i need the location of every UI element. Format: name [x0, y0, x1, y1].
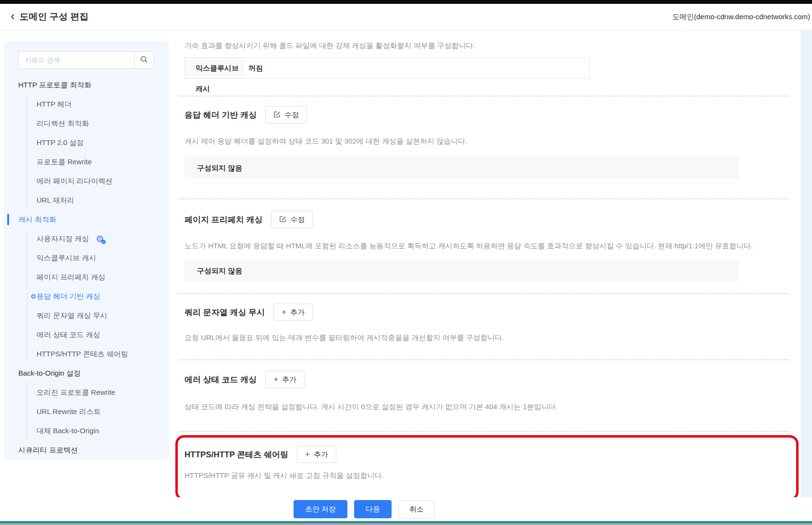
sidebar-item-https-http-content-sharing[interactable]: HTTPS/HTTP 콘테츠 쉐어링 [37, 344, 169, 364]
sidebar-item-error-status-code-caching[interactable]: 에러 상태 코드 캐싱 [37, 325, 169, 344]
config-key: 익스클루시브 캐시 [185, 58, 243, 78]
keyword-search [18, 51, 154, 69]
add-button-label: 추가 [314, 450, 328, 459]
section-title: 쿼리 문자열 캐싱 무시 [185, 307, 265, 318]
back-button[interactable]: ‹ 도메인 구성 편집 [0, 11, 88, 23]
active-group-indicator [7, 214, 9, 225]
sidebar-item-origin-protocol-rewrite[interactable]: 오리진 프로토콜 Rewrite [37, 383, 169, 402]
exclusive-cache-description: 가속 효과를 향상시키기 위해 콜드 파일에 대한 강제 캐싱을 활성화할지 여… [179, 41, 789, 50]
back-chevron-icon: ‹ [11, 11, 15, 21]
config-value: 꺼짐 [243, 58, 590, 78]
sidebar-item-ignore-query-string-caching[interactable]: 쿼리 문자열 캐싱 무시 [37, 306, 169, 325]
sidebar-item-url-reprocessing[interactable]: URL 재처리 [37, 191, 169, 210]
sidebar-item-back-to-origin-settings[interactable]: Back-to-Origin 설정 [4, 364, 169, 383]
section-https-http-content-sharing-header: HTTPS/HTTP 콘테츠 쉐어링 + 추가 [185, 445, 796, 464]
add-button[interactable]: + 추가 [297, 446, 336, 463]
section-title: 에러 상태 코드 캐싱 [185, 374, 257, 385]
sidebar-item-http-header[interactable]: HTTP 헤더 [37, 95, 169, 114]
edit-icon [279, 215, 286, 224]
sidebar-item-security-protection[interactable]: 시큐리티 프로텍션 [4, 440, 169, 460]
nav-group-http-protocol: HTTP 프로토콜 최적화 HTTP 헤더 리디렉션 최적화 HTTP 2.0 … [4, 75, 169, 210]
nav-children-back-to-origin: 오리진 프로토콜 Rewrite URL Rewrite 리스트 대체 Back… [26, 383, 169, 440]
add-button[interactable]: + 추가 [265, 371, 305, 388]
red-highlight-annotation: HTTPS/HTTP 콘테츠 쉐어링 + 추가 HTTPS/HTTP 공유 캐시… [175, 435, 799, 501]
dotted-divider [179, 359, 789, 360]
cancel-button[interactable]: 취소 [398, 500, 435, 518]
sidebar-item-label: 응답 헤더 기반 캐싱 [37, 287, 100, 306]
section-title: 페이지 프리페치 캐싱 [185, 214, 262, 225]
edit-button[interactable]: 수정 [265, 106, 307, 123]
add-button-label: 추가 [290, 308, 305, 317]
section-description: 노드가 HTML 요청에 응답할 때 HTML에 포함된 리소스를 능동적으로 … [179, 239, 789, 253]
dotted-divider [179, 96, 789, 97]
main-content: 가속 효과를 향상시키기 위해 콜드 파일에 대한 강제 캐싱을 활성화할지 여… [179, 30, 789, 501]
nav-children-cache-optimization: 사용자지정 캐싱 ⚙✓ 익스클루시브 캐시 페이지 프리페치 캐싱 응답 헤더 … [26, 229, 169, 364]
window-top-edge [0, 0, 812, 4]
save-draft-button[interactable]: 초안 저장 [294, 500, 347, 518]
section-title: HTTPS/HTTP 콘테츠 쉐어링 [185, 449, 288, 460]
dotted-divider [179, 198, 789, 199]
section-title: 응답 헤더 기반 캐싱 [185, 110, 257, 121]
not-configured-status: 구성되지 않음 [185, 157, 738, 179]
nav-children-http-protocol: HTTP 헤더 리디렉션 최적화 HTTP 2.0 설정 프로토콜 Rewrit… [26, 95, 169, 210]
edit-button-label: 수정 [284, 110, 299, 120]
section-error-status-code-caching-header: 에러 상태 코드 캐싱 + 추가 [179, 371, 789, 388]
sidebar-item-redirect-optimization[interactable]: 리디렉션 최적화 [37, 114, 169, 133]
add-button[interactable]: + 추가 [273, 304, 313, 321]
edit-icon [273, 110, 281, 119]
edit-button-label: 수정 [290, 215, 305, 224]
domain-label: 도메인(demo-cdnw.demo-cdnetworks.com) [672, 12, 812, 22]
search-button[interactable] [134, 52, 153, 68]
search-icon [140, 55, 148, 65]
nav-group-cache-optimization: 캐시 최적화 사용자지정 캐싱 ⚙✓ 익스클루시브 캐시 페이지 프리페치 캐싱… [4, 210, 169, 364]
footer-action-bar: 초안 저장 다음 취소 [0, 497, 812, 521]
section-description: 상태 코드에 따라 캐싱 전략을 설정합니다. 캐시 시간이 0으로 설정된 경… [179, 400, 789, 414]
sidebar-item-response-header-based-caching[interactable]: 응답 헤더 기반 캐싱 [37, 287, 169, 306]
nav-group-security-protection: 시큐리티 프로텍션 [4, 440, 169, 460]
page-header: ‹ 도메인 구성 편집 도메인(demo-cdnw.demo-cdnetwork… [0, 4, 812, 30]
sidebar-item-cache-optimization[interactable]: 캐시 최적화 [4, 210, 169, 229]
next-button[interactable]: 다음 [354, 500, 392, 518]
plus-icon: + [273, 375, 278, 383]
sidebar-item-label: 캐시 최적화 [18, 215, 56, 223]
exclusive-cache-config-row: 익스클루시브 캐시 꺼짐 [185, 57, 590, 79]
not-configured-status: 구성되지 않음 [185, 260, 738, 281]
add-button-label: 추가 [282, 375, 296, 384]
section-response-header-caching-header: 응답 헤더 기반 캐싱 수정 [179, 106, 789, 123]
sidebar-item-protocol-rewrite[interactable]: 프로토콜 Rewrite [37, 152, 169, 171]
sidebar-item-error-page-redirection[interactable]: 에러 페이지 리다이렉션 [37, 171, 169, 191]
keyword-search-input[interactable] [19, 52, 134, 68]
section-page-prefetch-caching-header: 페이지 프리페치 캐싱 수정 [179, 211, 789, 228]
sidebar-item-page-prefetch-caching[interactable]: 페이지 프리페치 캐싱 [37, 268, 169, 287]
dotted-divider [179, 431, 789, 432]
edit-button[interactable]: 수정 [271, 211, 313, 228]
sidebar-item-http-protocol-optimization[interactable]: HTTP 프로토콜 최적화 [4, 75, 169, 95]
page-title: 도메인 구성 편집 [20, 11, 89, 23]
section-ignore-query-string-header: 쿼리 문자열 캐싱 무시 + 추가 [179, 304, 789, 321]
sidebar-nav: HTTP 프로토콜 최적화 HTTP 헤더 리디렉션 최적화 HTTP 2.0 … [4, 75, 169, 460]
sidebar-item-exclusive-cache[interactable]: 익스클루시브 캐시 [37, 248, 169, 268]
vertical-scrollbar[interactable] [800, 30, 812, 497]
section-description: HTTPS/HTTP 공유 캐시 및 캐시 새로 고침 규칙을 설정합니다. [185, 471, 796, 480]
section-description: 캐시 제어 응답 헤더를 설정하여 상태 코드 301 및 302에 대한 캐싱… [179, 134, 789, 148]
active-item-circle-icon [31, 294, 36, 299]
sidebar-item-custom-caching[interactable]: 사용자지정 캐싱 ⚙✓ [37, 229, 169, 248]
plus-icon: + [305, 450, 310, 458]
nav-group-back-to-origin: Back-to-Origin 설정 오리진 프로토콜 Rewrite URL R… [4, 364, 169, 440]
section-description: 요청 URL에서 물음표 뒤에 있는 매개 변수를 필터링하여 캐시적중율을 개… [179, 330, 789, 345]
dotted-divider [179, 293, 789, 294]
sidebar-item-alternate-back-to-origin[interactable]: 대체 Back-to-Origin [37, 421, 169, 440]
sidebar-item-label: 사용자지정 캐싱 [37, 229, 89, 248]
sidebar: HTTP 프로토콜 최적화 HTTP 헤더 리디렉션 최적화 HTTP 2.0 … [4, 41, 169, 460]
custom-caching-configured-gear-icon: ⚙✓ [96, 234, 104, 244]
sidebar-item-url-rewrite-list[interactable]: URL Rewrite 리스트 [37, 402, 169, 421]
taskbar-edge [0, 523, 812, 525]
plus-icon: + [282, 308, 286, 316]
sidebar-item-http2-settings[interactable]: HTTP 2.0 설정 [37, 133, 169, 152]
